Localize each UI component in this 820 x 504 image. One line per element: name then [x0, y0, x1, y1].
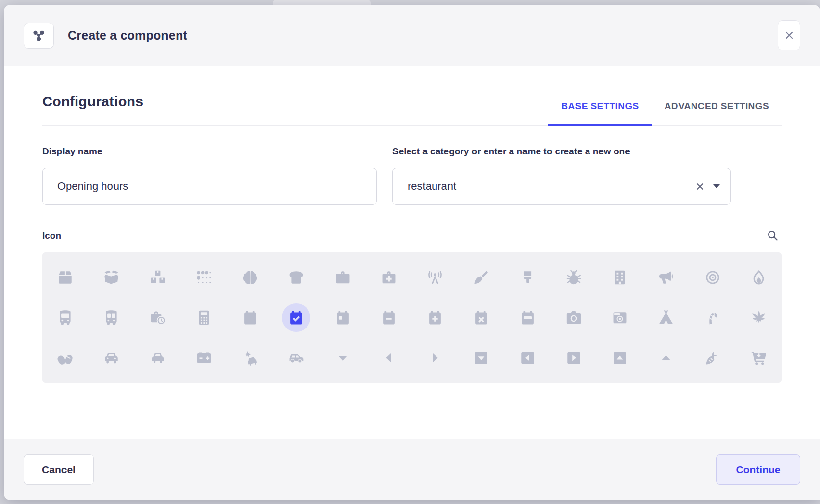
- icon-bubble: [467, 344, 495, 372]
- briefcase-medical-icon[interactable]: [366, 257, 412, 298]
- candy-cane-icon[interactable]: [690, 298, 736, 338]
- icon-bubble: [375, 263, 403, 292]
- section-header-row: Configurations BASE SETTINGS ADVANCED SE…: [42, 94, 782, 126]
- icon-bubble: [467, 303, 495, 332]
- create-component-modal: Create a component Configurations BASE S…: [4, 5, 820, 500]
- calendar-icon[interactable]: [227, 298, 273, 338]
- modal-footer: Cancel Continue: [4, 439, 820, 500]
- display-name-label: Display name: [42, 146, 377, 157]
- modal-title: Create a component: [68, 28, 187, 43]
- box-open-icon[interactable]: [88, 257, 134, 298]
- braille-icon[interactable]: [181, 257, 227, 298]
- continue-button[interactable]: Continue: [716, 454, 800, 485]
- category-select-input[interactable]: [392, 168, 731, 205]
- icon-bubble: [282, 344, 310, 372]
- broadcast-tower-icon[interactable]: [412, 257, 458, 298]
- bus-icon[interactable]: [42, 298, 88, 338]
- caret-square-up-icon[interactable]: [597, 338, 643, 378]
- icon-bubble: [190, 263, 218, 292]
- business-time-icon[interactable]: [135, 298, 181, 338]
- caret-down-icon[interactable]: [713, 184, 720, 188]
- calendar-day-icon[interactable]: [320, 298, 366, 338]
- icon-bubble: [513, 344, 542, 372]
- icon-picker-label: Icon: [42, 230, 61, 241]
- icon-bubble: [236, 344, 264, 372]
- display-name-input[interactable]: [42, 168, 377, 205]
- icon-bubble: [144, 344, 172, 372]
- camera-icon[interactable]: [551, 298, 597, 338]
- tab-base-settings[interactable]: BASE SETTINGS: [548, 101, 651, 126]
- icon-bubble: [51, 344, 79, 372]
- icon-bubble: [421, 303, 449, 332]
- close-icon[interactable]: [778, 20, 800, 50]
- caret-left-icon[interactable]: [366, 338, 412, 378]
- brain-icon[interactable]: [227, 257, 273, 298]
- icon-bubble: [698, 344, 727, 372]
- clear-x-icon[interactable]: [695, 181, 705, 192]
- car-side-icon[interactable]: [273, 338, 319, 378]
- icon-bubble: [97, 303, 126, 332]
- bread-slice-icon[interactable]: [273, 257, 319, 298]
- campground-icon[interactable]: [643, 298, 689, 338]
- burn-icon[interactable]: [736, 257, 782, 298]
- icon-bubble: [51, 263, 79, 292]
- car-alt-icon[interactable]: [135, 338, 181, 378]
- icon-bubble: [744, 263, 773, 292]
- page-backdrop: Create a component Configurations BASE S…: [0, 0, 820, 504]
- icon-bubble: [698, 303, 727, 332]
- broom-icon[interactable]: [458, 257, 504, 298]
- bus-alt-icon[interactable]: [88, 298, 134, 338]
- caret-square-left-icon[interactable]: [505, 338, 551, 378]
- car-battery-icon[interactable]: [181, 338, 227, 378]
- icon-bubble: [282, 303, 310, 332]
- icon-bubble: [144, 303, 172, 332]
- icon-bubble: [421, 263, 449, 292]
- calculator-icon[interactable]: [181, 298, 227, 338]
- bullhorn-icon[interactable]: [643, 257, 689, 298]
- icon-bubble: [652, 344, 680, 372]
- form-row: Display name Select a category or enter …: [42, 146, 782, 205]
- icon-bubble: [513, 263, 542, 292]
- briefcase-icon[interactable]: [320, 257, 366, 298]
- capsules-icon[interactable]: [42, 338, 88, 378]
- caret-up-icon[interactable]: [643, 338, 689, 378]
- car-crash-icon[interactable]: [227, 338, 273, 378]
- box-icon[interactable]: [42, 257, 88, 298]
- caret-square-down-icon[interactable]: [458, 338, 504, 378]
- modal-body: Configurations BASE SETTINGS ADVANCED SE…: [4, 94, 820, 383]
- cannabis-icon[interactable]: [736, 298, 782, 338]
- car-icon[interactable]: [88, 338, 134, 378]
- icon-bubble: [236, 263, 264, 292]
- icon-bubble: [606, 303, 634, 332]
- carrot-icon[interactable]: [690, 338, 736, 378]
- icon-bubble: [236, 303, 264, 332]
- icon-bubble: [282, 263, 310, 292]
- icon-bubble: [375, 303, 403, 332]
- bullseye-icon[interactable]: [690, 257, 736, 298]
- display-name-field-group: Display name: [42, 146, 377, 205]
- calendar-plus-icon[interactable]: [412, 298, 458, 338]
- calendar-minus-icon[interactable]: [366, 298, 412, 338]
- calendar-week-icon[interactable]: [505, 298, 551, 338]
- calendar-check-icon[interactable]: [273, 298, 319, 338]
- tab-advanced-settings[interactable]: ADVANCED SETTINGS: [652, 101, 782, 126]
- settings-tabs: BASE SETTINGS ADVANCED SETTINGS: [548, 101, 782, 125]
- component-icon: [24, 23, 54, 49]
- category-label: Select a category or enter a name to cre…: [392, 146, 731, 157]
- icon-bubble: [375, 344, 403, 372]
- bug-icon[interactable]: [551, 257, 597, 298]
- cancel-button[interactable]: Cancel: [24, 454, 94, 485]
- calendar-times-icon[interactable]: [458, 298, 504, 338]
- building-icon[interactable]: [597, 257, 643, 298]
- icon-bubble: [329, 303, 357, 332]
- camera-retro-icon[interactable]: [597, 298, 643, 338]
- cart-arrow-down-icon[interactable]: [736, 338, 782, 378]
- caret-square-right-icon[interactable]: [551, 338, 597, 378]
- search-icon[interactable]: [767, 229, 779, 242]
- boxes-icon[interactable]: [135, 257, 181, 298]
- caret-right-icon[interactable]: [412, 338, 458, 378]
- icon-bubble: [190, 344, 218, 372]
- category-field-group: Select a category or enter a name to cre…: [392, 146, 731, 205]
- caret-down-icon[interactable]: [320, 338, 366, 378]
- brush-icon[interactable]: [505, 257, 551, 298]
